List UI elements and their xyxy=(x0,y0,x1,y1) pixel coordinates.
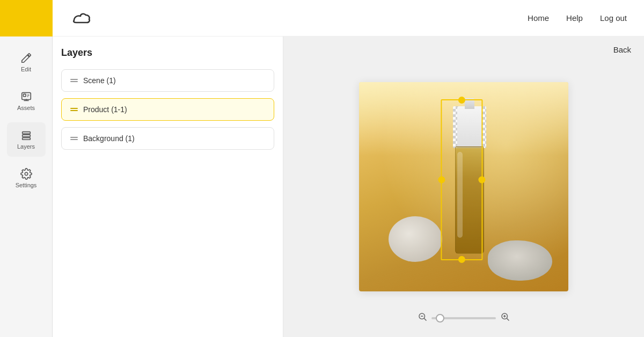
layer-scene-label: Scene (1) xyxy=(83,76,116,85)
layer-product[interactable]: Product (1-1) xyxy=(61,98,274,121)
edit-icon xyxy=(20,52,32,64)
sidebar-item-settings[interactable]: Settings xyxy=(7,161,46,195)
svg-point-5 xyxy=(25,172,28,175)
layers-panel: Layers Scene (1) Product (1-1) Backgroun… xyxy=(53,36,283,337)
back-button[interactable]: Back xyxy=(613,45,631,54)
layer-scene[interactable]: Scene (1) xyxy=(61,69,274,92)
canvas-image[interactable] xyxy=(359,82,568,291)
layer-background-label: Background (1) xyxy=(83,134,135,143)
sidebar-item-assets-label: Assets xyxy=(17,105,35,111)
zoom-controls xyxy=(418,312,510,324)
svg-line-7 xyxy=(424,318,426,320)
zoom-out-icon[interactable] xyxy=(418,312,427,324)
drag-handle-icon xyxy=(70,79,78,82)
sidebar-item-settings-label: Settings xyxy=(16,182,37,188)
zoom-slider-track xyxy=(431,317,496,319)
settings-icon xyxy=(20,168,32,180)
home-link[interactable]: Home xyxy=(528,13,549,23)
assets-icon xyxy=(20,91,32,102)
zoom-in-icon[interactable] xyxy=(500,312,510,324)
sidebar-item-edit-label: Edit xyxy=(21,66,31,72)
logo xyxy=(70,11,91,26)
drag-handle-icon xyxy=(70,108,78,111)
layers-icon xyxy=(20,129,32,141)
svg-rect-3 xyxy=(22,135,30,137)
sidebar-item-layers[interactable]: Layers xyxy=(7,122,46,157)
svg-rect-2 xyxy=(22,132,30,134)
layer-product-label: Product (1-1) xyxy=(83,105,127,114)
logout-link[interactable]: Log out xyxy=(600,13,627,23)
svg-rect-4 xyxy=(22,138,30,140)
svg-line-10 xyxy=(507,318,509,320)
svg-rect-1 xyxy=(23,94,26,97)
canvas-area: Back xyxy=(283,36,644,337)
help-link[interactable]: Help xyxy=(566,13,583,23)
sidebar-item-layers-label: Layers xyxy=(17,143,35,150)
drag-handle-icon xyxy=(70,137,78,140)
sidebar-item-edit[interactable]: Edit xyxy=(7,45,46,79)
layers-title: Layers xyxy=(61,47,274,58)
layer-background[interactable]: Background (1) xyxy=(61,127,274,150)
sidebar-item-assets[interactable]: Assets xyxy=(7,84,46,118)
zoom-slider-thumb[interactable] xyxy=(436,314,444,323)
main-nav: Home Help Log out xyxy=(528,13,627,23)
sidebar: Edit Assets Layers Settings xyxy=(0,36,53,337)
